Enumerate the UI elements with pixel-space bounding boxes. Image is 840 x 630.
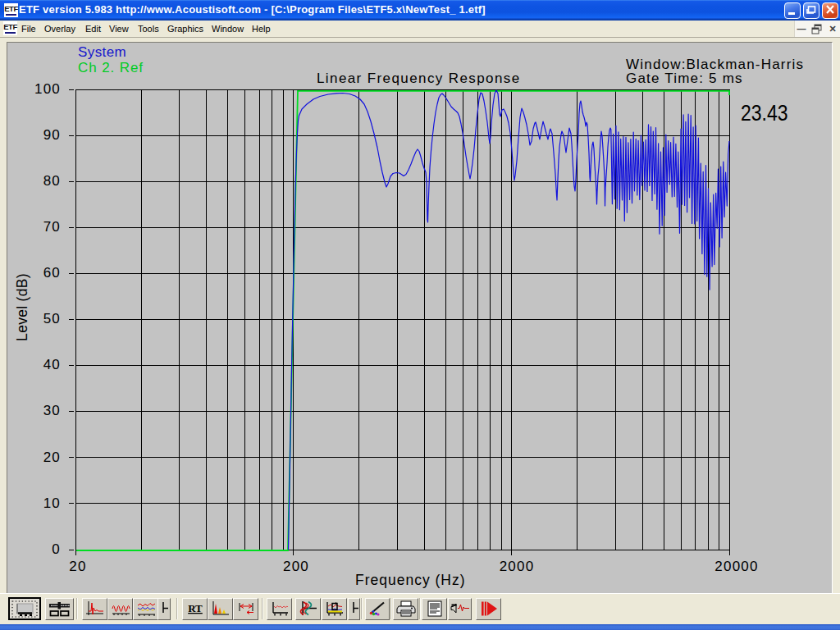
svg-text:RT: RT [188,602,203,614]
